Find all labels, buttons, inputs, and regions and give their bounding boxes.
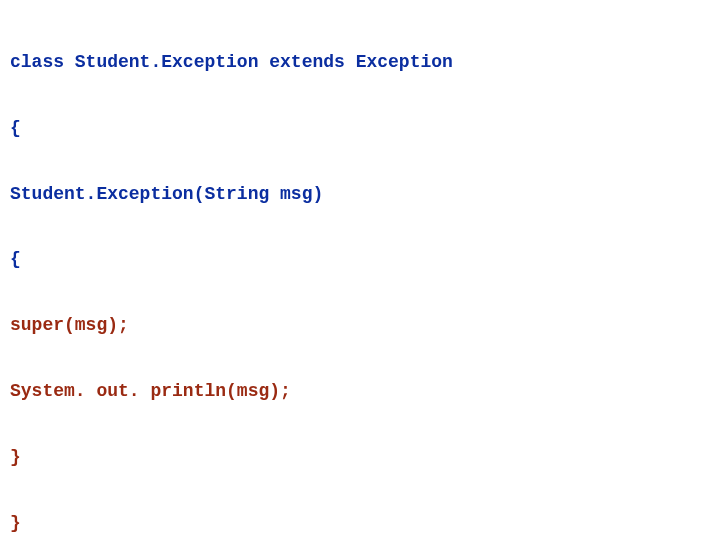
code-line: super(msg); — [10, 315, 710, 337]
code-line: Student.Exception(String msg) — [10, 184, 710, 206]
code-line: } — [10, 447, 710, 469]
code-line: { — [10, 249, 710, 271]
code-line: class Student.Exception extends Exceptio… — [10, 52, 710, 74]
code-line: { — [10, 118, 710, 140]
code-line: } — [10, 513, 710, 535]
code-line: System. out. println(msg); — [10, 381, 710, 403]
code-block: class Student.Exception extends Exceptio… — [0, 0, 720, 540]
